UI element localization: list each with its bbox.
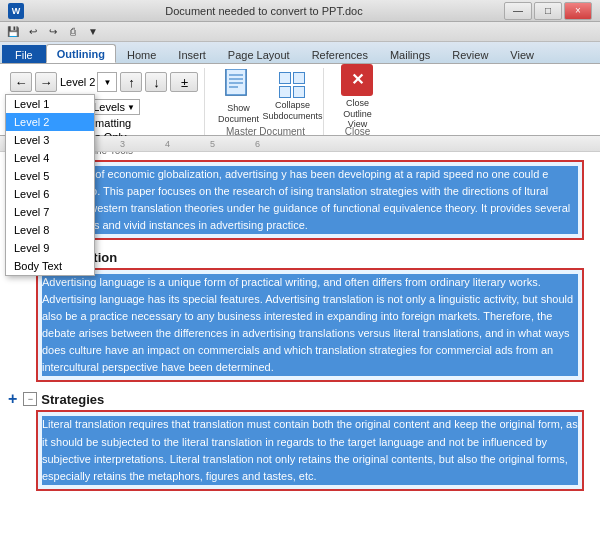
strategies-heading: Strategies bbox=[41, 392, 104, 407]
ribbon: ← → Level 2 ▼ Level 1 Level 2 Level 3 Le… bbox=[0, 64, 600, 136]
show-document-label: ShowDocument bbox=[218, 103, 259, 125]
level-option-body[interactable]: Body Text bbox=[6, 257, 94, 275]
tab-outlining[interactable]: Outlining bbox=[46, 44, 116, 63]
close-window-button[interactable]: × bbox=[564, 2, 592, 20]
window-controls: — □ × bbox=[504, 2, 592, 20]
app-icon: W bbox=[8, 3, 24, 19]
tab-view[interactable]: View bbox=[499, 45, 545, 63]
level-option-1[interactable]: Level 1 bbox=[6, 95, 94, 113]
tab-review[interactable]: Review bbox=[441, 45, 499, 63]
strategies-heading-row: + Strategies bbox=[8, 390, 584, 408]
strategies-section: + Strategies Literal translation require… bbox=[8, 390, 584, 490]
abstract-text: he development of economic globalization… bbox=[14, 166, 578, 234]
level-dropdown-menu: Level 1 Level 2 Level 3 Level 4 Level 5 … bbox=[5, 94, 95, 276]
collapse-subdocuments-button[interactable]: CollapseSubdocuments bbox=[267, 68, 317, 124]
level-dropdown[interactable]: ▼ bbox=[97, 72, 117, 92]
undo-qat-button[interactable]: ↩ bbox=[24, 23, 42, 41]
quick-access-toolbar: 💾 ↩ ↪ ⎙ ▼ bbox=[0, 22, 600, 42]
save-qat-button[interactable]: 💾 bbox=[4, 23, 22, 41]
level-option-8[interactable]: Level 8 bbox=[6, 221, 94, 239]
expand-collapse-button[interactable]: ± bbox=[170, 72, 198, 92]
collapse-subdocuments-label: CollapseSubdocuments bbox=[262, 100, 322, 122]
title-bar: W Document needed to convert to PPT.doc … bbox=[0, 0, 600, 22]
outline-tools-group: ← → Level 2 ▼ Level 1 Level 2 Level 3 Le… bbox=[4, 68, 205, 135]
collapse-subdocuments-icon bbox=[276, 72, 308, 98]
print-qat-button[interactable]: ⎙ bbox=[64, 23, 82, 41]
show-document-icon bbox=[222, 69, 254, 101]
level-option-4[interactable]: Level 4 bbox=[6, 149, 94, 167]
level-option-5[interactable]: Level 5 bbox=[6, 167, 94, 185]
document-title: Document needed to convert to PPT.doc bbox=[165, 5, 363, 17]
maximize-button[interactable]: □ bbox=[534, 2, 562, 20]
level-label: Level 2 bbox=[60, 76, 95, 88]
strategies-add-button[interactable]: + bbox=[8, 390, 17, 408]
introduction-content: Advertising language is a unique form of… bbox=[36, 268, 584, 382]
svg-rect-1 bbox=[226, 69, 246, 95]
level-option-2[interactable]: Level 2 bbox=[6, 113, 94, 131]
tab-file[interactable]: File bbox=[2, 45, 46, 63]
strategies-content: Literal translation requires that transl… bbox=[36, 410, 584, 490]
level-option-9[interactable]: Level 9 bbox=[6, 239, 94, 257]
promote-button[interactable]: ← bbox=[10, 72, 32, 92]
demote-button[interactable]: → bbox=[35, 72, 57, 92]
show-document-button[interactable]: ShowDocument bbox=[213, 68, 263, 124]
tab-home[interactable]: Home bbox=[116, 45, 167, 63]
close-group: ✕ CloseOutline View Close bbox=[326, 68, 388, 135]
redo-qat-button[interactable]: ↪ bbox=[44, 23, 62, 41]
qat-dropdown-button[interactable]: ▼ bbox=[84, 23, 102, 41]
master-document-group: ShowDocument CollapseSubdocuments Master bbox=[207, 68, 324, 135]
close-red-icon: ✕ bbox=[341, 64, 373, 96]
tab-references[interactable]: References bbox=[301, 45, 379, 63]
outline-tools-content: ← → Level 2 ▼ Level 1 Level 2 Level 3 Le… bbox=[10, 68, 198, 143]
minimize-button[interactable]: — bbox=[504, 2, 532, 20]
tab-mailings[interactable]: Mailings bbox=[379, 45, 441, 63]
level-option-6[interactable]: Level 6 bbox=[6, 185, 94, 203]
introduction-body: Advertising language is a unique form of… bbox=[42, 274, 578, 376]
move-down-button[interactable]: ↓ bbox=[145, 72, 167, 92]
move-up-button[interactable]: ↑ bbox=[120, 72, 142, 92]
strategies-expand-button[interactable] bbox=[23, 392, 37, 406]
close-content: ✕ CloseOutline View bbox=[332, 68, 382, 124]
master-doc-content: ShowDocument CollapseSubdocuments bbox=[213, 68, 317, 124]
strategies-body: Literal translation requires that transl… bbox=[42, 416, 578, 484]
ribbon-tab-bar: File Outlining Home Insert Page Layout R… bbox=[0, 42, 600, 64]
close-outline-view-icon: ✕ bbox=[341, 64, 373, 96]
level-option-7[interactable]: Level 7 bbox=[6, 203, 94, 221]
tab-page-layout[interactable]: Page Layout bbox=[217, 45, 301, 63]
level-option-3[interactable]: Level 3 bbox=[6, 131, 94, 149]
tab-insert[interactable]: Insert bbox=[167, 45, 217, 63]
close-outline-view-button[interactable]: ✕ CloseOutline View bbox=[332, 68, 382, 124]
